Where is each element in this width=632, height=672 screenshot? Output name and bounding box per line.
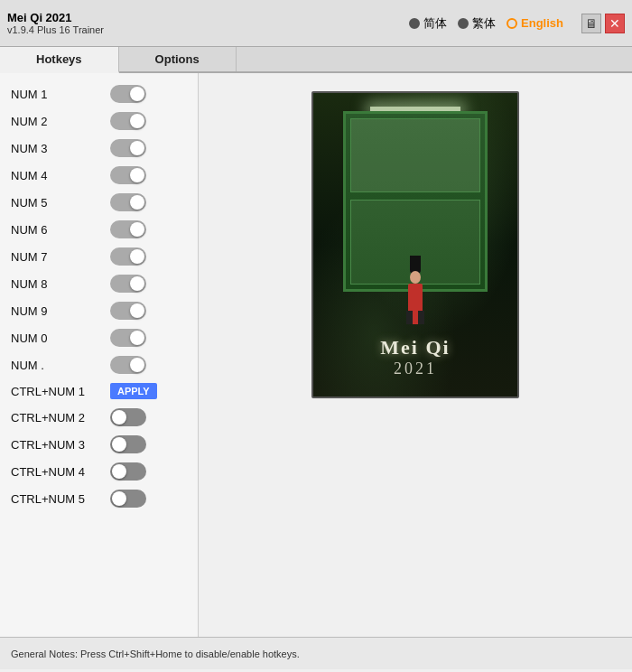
- tab-hotkeys[interactable]: Hotkeys: [0, 47, 119, 73]
- radio-english: [507, 18, 517, 29]
- hotkey-row: NUM 0: [0, 324, 198, 351]
- cover-title: Mei Qi: [313, 336, 517, 359]
- hotkey-row: NUM 9: [0, 297, 198, 324]
- hotkey-label: CTRL+NUM 4: [11, 465, 101, 479]
- cover-figure: [402, 261, 429, 324]
- hotkey-row: NUM .: [0, 351, 198, 378]
- toggle-thumb: [130, 87, 144, 101]
- toggle-switch[interactable]: [110, 112, 146, 130]
- toggle-thumb: [130, 276, 144, 291]
- lang-simplified[interactable]: 简体: [409, 15, 447, 32]
- window-controls: 🖥 ✕: [581, 14, 625, 33]
- hotkey-label: NUM 2: [11, 115, 101, 128]
- radio-traditional: [458, 18, 469, 29]
- tab-bar: Hotkeys Options: [0, 47, 632, 73]
- toggle-switch[interactable]: [110, 302, 146, 320]
- right-panel: Mei Qi 2021: [199, 73, 632, 637]
- hotkey-row: NUM 5: [0, 189, 198, 216]
- hotkey-row: CTRL+NUM 5: [0, 485, 198, 512]
- toggle-switch[interactable]: [110, 408, 146, 426]
- hotkey-label: NUM .: [11, 359, 101, 372]
- hotkey-label: CTRL+NUM 1: [11, 385, 101, 398]
- main-content: NUM 1NUM 2NUM 3NUM 4NUM 5NUM 6NUM 7NUM 8…: [0, 73, 632, 637]
- lang-traditional[interactable]: 繁体: [458, 15, 496, 32]
- hotkey-row: NUM 7: [0, 243, 198, 270]
- hotkey-row: NUM 4: [0, 162, 198, 189]
- toggle-switch[interactable]: [110, 193, 146, 211]
- hotkey-label: NUM 5: [11, 196, 101, 210]
- hotkey-row: NUM 6: [0, 216, 198, 243]
- hotkey-label: CTRL+NUM 2: [11, 411, 101, 425]
- toggle-thumb: [112, 491, 126, 506]
- toggle-switch[interactable]: [110, 435, 146, 453]
- toggle-thumb: [112, 464, 126, 479]
- title-info: Mei Qi 2021 v1.9.4 Plus 16 Trainer: [7, 11, 104, 35]
- hotkey-row: NUM 2: [0, 107, 198, 135]
- hotkey-row: CTRL+NUM 3: [0, 431, 198, 458]
- app-title: Mei Qi 2021: [7, 11, 104, 24]
- toggle-thumb: [130, 331, 144, 345]
- toggle-thumb: [130, 195, 144, 210]
- toggle-thumb: [130, 222, 144, 237]
- hotkey-label: NUM 1: [11, 88, 101, 101]
- hotkey-label: NUM 4: [11, 169, 101, 182]
- toggle-switch[interactable]: [110, 166, 146, 184]
- hotkey-row: NUM 1: [0, 80, 198, 107]
- toggle-switch[interactable]: [110, 329, 146, 347]
- hotkey-label: NUM 3: [11, 142, 101, 155]
- toggle-thumb: [130, 114, 144, 128]
- footer-text: General Notes: Press Ctrl+Shift+Home to …: [11, 649, 300, 659]
- hotkey-label: NUM 6: [11, 223, 101, 237]
- toggle-thumb: [130, 168, 144, 182]
- close-button[interactable]: ✕: [605, 14, 625, 33]
- game-cover: Mei Qi 2021: [311, 91, 519, 398]
- tab-options[interactable]: Options: [119, 47, 237, 71]
- hotkey-row: NUM 8: [0, 270, 198, 297]
- lang-english[interactable]: English: [507, 16, 563, 30]
- hotkey-label: NUM 7: [11, 250, 101, 264]
- app-version: v1.9.4 Plus 16 Trainer: [7, 24, 104, 35]
- toggle-switch[interactable]: [110, 462, 146, 481]
- hotkey-row: CTRL+NUM 1APPLY: [0, 378, 198, 404]
- hotkey-label: NUM 9: [11, 304, 101, 318]
- toggle-switch[interactable]: [110, 275, 146, 293]
- toggle-switch[interactable]: [110, 85, 146, 103]
- title-bar: Mei Qi 2021 v1.9.4 Plus 16 Trainer 简体 繁体…: [0, 0, 632, 47]
- footer: General Notes: Press Ctrl+Shift+Home to …: [0, 637, 632, 669]
- figure-legs: [406, 311, 424, 324]
- minimize-button[interactable]: 🖥: [581, 14, 601, 33]
- hotkey-label: CTRL+NUM 3: [11, 438, 101, 452]
- language-controls: 简体 繁体 English: [409, 15, 563, 32]
- toggle-thumb: [130, 358, 144, 372]
- hotkeys-panel: NUM 1NUM 2NUM 3NUM 4NUM 5NUM 6NUM 7NUM 8…: [0, 73, 199, 637]
- apply-button[interactable]: APPLY: [110, 383, 157, 399]
- toggle-switch[interactable]: [110, 247, 146, 266]
- figure-head: [410, 271, 421, 284]
- toggle-switch[interactable]: [110, 356, 146, 374]
- cover-year: 2021: [313, 359, 517, 378]
- toggle-switch[interactable]: [110, 490, 146, 508]
- hotkey-row: CTRL+NUM 4: [0, 458, 198, 485]
- toggle-thumb: [130, 303, 144, 318]
- hotkey-row: NUM 3: [0, 135, 198, 162]
- hotkey-label: NUM 0: [11, 331, 101, 345]
- toggle-switch[interactable]: [110, 220, 146, 238]
- toggle-thumb: [112, 437, 126, 452]
- cover-text: Mei Qi 2021: [313, 336, 517, 378]
- hotkey-label: CTRL+NUM 5: [11, 492, 101, 506]
- hotkey-row: CTRL+NUM 2: [0, 404, 198, 431]
- toggle-thumb: [130, 249, 144, 264]
- radio-simplified: [409, 18, 420, 29]
- toggle-switch[interactable]: [110, 139, 146, 157]
- toggle-thumb: [112, 410, 126, 425]
- hotkey-label: NUM 8: [11, 277, 101, 291]
- toggle-thumb: [130, 141, 144, 155]
